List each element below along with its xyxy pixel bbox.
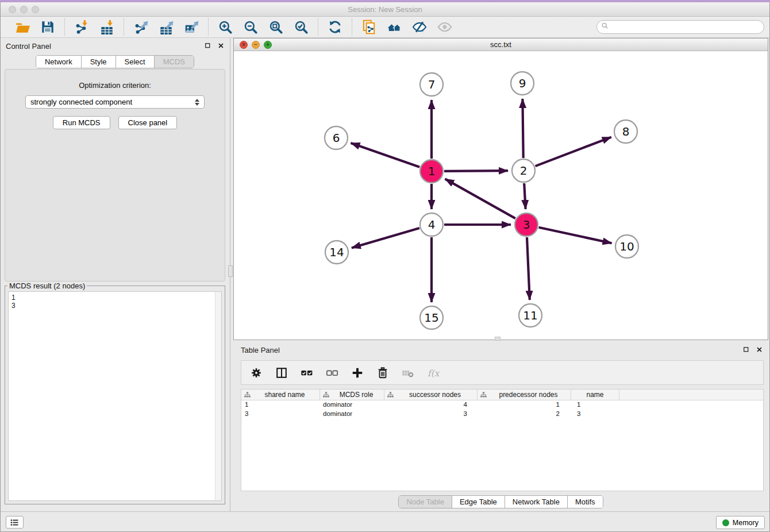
cell-shared-name[interactable]: 3 (241, 410, 320, 419)
hide-panels-icon[interactable] (411, 19, 428, 35)
zoom-in-icon[interactable] (217, 19, 233, 35)
tab-network[interactable]: Network (36, 56, 82, 68)
node-label-7: 7 (428, 78, 436, 91)
edge-3-10[interactable] (539, 228, 612, 244)
node-label-8: 8 (622, 125, 630, 138)
edge-2-9[interactable] (522, 99, 523, 158)
table-panel-close-button[interactable] (755, 345, 764, 354)
home-icon[interactable] (386, 19, 402, 35)
mcds-result-scrollbar[interactable] (215, 292, 221, 500)
column-header-successor-nodes[interactable]: successor nodes (384, 390, 478, 400)
delete-row-icon[interactable] (376, 366, 390, 380)
column-header-mcds-role[interactable]: MCDS role (320, 390, 384, 400)
columns-icon[interactable] (275, 366, 288, 380)
node-9[interactable]: 9 (511, 72, 534, 95)
node-6[interactable]: 6 (325, 126, 348, 149)
zoom-out-icon[interactable] (242, 19, 259, 35)
node-8[interactable]: 8 (614, 120, 637, 143)
close-panel-button[interactable]: Close panel (118, 116, 178, 129)
node-15[interactable]: 15 (420, 306, 443, 329)
tree-icon (244, 391, 251, 399)
cell-successor-nodes[interactable]: 4 (384, 400, 478, 410)
save-session-icon[interactable] (40, 19, 56, 35)
node-11[interactable]: 11 (519, 304, 542, 327)
zoom-fit-icon[interactable] (268, 19, 284, 35)
node-2[interactable]: 2 (512, 159, 535, 182)
column-header-shared-name[interactable]: shared name (241, 390, 320, 400)
search-box[interactable] (596, 20, 764, 34)
table-row-1[interactable]: 1dominator411 (241, 400, 763, 410)
memory-button[interactable]: Memory (716, 516, 765, 529)
export-network-icon[interactable] (133, 19, 149, 35)
column-header-label: shared name (252, 391, 317, 399)
table-tab-network-table[interactable]: Network Table (505, 496, 568, 508)
table-tab-node-table[interactable]: Node Table (399, 496, 452, 508)
export-table-icon[interactable] (158, 19, 174, 35)
node-4[interactable]: 4 (420, 213, 443, 236)
node-label-14: 14 (329, 245, 344, 259)
node-14[interactable]: 14 (325, 241, 348, 264)
tab-mcds[interactable]: MCDS (155, 56, 194, 68)
node-7[interactable]: 7 (420, 73, 443, 96)
network-canvas[interactable]: 7968124314101511 (234, 51, 768, 340)
panels-button[interactable] (6, 516, 24, 529)
deselect-all-icon[interactable] (325, 366, 339, 380)
cell-name[interactable]: 1 (571, 400, 619, 410)
cell-mcds-role[interactable]: dominator (320, 400, 384, 410)
cell-name[interactable]: 3 (571, 410, 619, 419)
mcds-result-text[interactable]: 1 3 (8, 291, 222, 501)
search-input[interactable] (611, 22, 760, 32)
edge-1-2[interactable] (444, 171, 508, 171)
zoom-selected-icon[interactable] (293, 19, 309, 35)
window-titlebar: Session: New Session (0, 2, 770, 17)
tree-icon (480, 391, 487, 399)
add-row-icon[interactable] (351, 366, 364, 380)
edge-3-1[interactable] (445, 179, 515, 218)
edge-2-3[interactable] (524, 183, 525, 209)
import-network-icon[interactable] (74, 19, 90, 35)
control-panel-close-button[interactable] (217, 41, 225, 50)
cell-mcds-role[interactable]: dominator (320, 410, 384, 419)
function-builder-icon: f(x) (426, 366, 440, 380)
node-1[interactable]: 1 (420, 160, 443, 183)
control-panel-float-button[interactable] (203, 41, 212, 50)
delete-table-icon (401, 366, 415, 380)
refresh-view-icon[interactable] (327, 19, 343, 35)
edge-3-11[interactable] (527, 237, 530, 300)
vertical-split-grip[interactable] (228, 265, 233, 277)
cell-shared-name[interactable]: 1 (241, 400, 320, 410)
clone-network-icon[interactable] (361, 19, 377, 35)
edge-1-6[interactable] (351, 143, 420, 167)
cell-predecessor-nodes[interactable]: 2 (478, 410, 571, 419)
column-header-predecessor-nodes[interactable]: predecessor nodes (478, 390, 571, 400)
column-header-name[interactable]: name (571, 390, 619, 400)
column-header-label: predecessor nodes (488, 391, 568, 399)
cell-successor-nodes[interactable]: 3 (384, 410, 478, 419)
import-table-icon[interactable] (99, 19, 115, 35)
table-panel-title: Table Panel (241, 346, 280, 354)
run-mcds-button[interactable]: Run MCDS (53, 116, 110, 129)
table-tab-motifs[interactable]: Motifs (568, 496, 603, 508)
main-toolbar (0, 17, 770, 38)
control-panel-title: Control Panel (6, 42, 51, 51)
network-window: scc.txt 7968124314101511 (233, 38, 768, 340)
table-row-2[interactable]: 3dominator323 (241, 410, 763, 419)
node-10[interactable]: 10 (615, 235, 638, 258)
export-image-icon[interactable] (183, 19, 199, 35)
node-3[interactable]: 3 (515, 213, 538, 236)
table-tab-edge-table[interactable]: Edge Table (452, 496, 505, 508)
node-label-11: 11 (523, 309, 537, 322)
criterion-dropdown[interactable]: strongly connected component (25, 95, 205, 109)
control-panel: Control Panel NetworkStyleSelectMCDS Opt… (0, 38, 230, 511)
gear-icon[interactable] (249, 366, 263, 380)
edge-4-14[interactable] (352, 228, 419, 248)
tab-style[interactable]: Style (82, 56, 116, 68)
cell-predecessor-nodes[interactable]: 1 (478, 400, 571, 410)
tab-select[interactable]: Select (116, 56, 155, 68)
horizontal-split-grip[interactable] (495, 337, 500, 341)
select-all-icon[interactable] (300, 366, 314, 380)
column-header-label: name (573, 391, 617, 399)
table-panel-float-button[interactable] (742, 345, 750, 354)
open-session-icon[interactable] (14, 19, 30, 35)
edge-2-8[interactable] (536, 137, 611, 167)
